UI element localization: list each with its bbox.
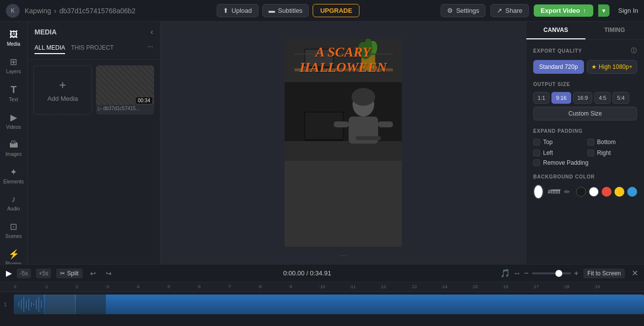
padding-bottom-item[interactable]: Bottom [587,139,638,146]
add-media-button[interactable]: + Add Media [33,65,92,115]
swatch-red[interactable] [602,187,612,197]
size-4-5-button[interactable]: 4:5 [594,92,611,104]
total-time: 0:34.91 [310,269,331,277]
logo-text: K [11,7,15,14]
right-panel-tabs: CANVAS TIMING [526,22,644,40]
tab-canvas[interactable]: CANVAS [526,22,585,39]
sidebar-item-text[interactable]: T Text [1,80,26,106]
sidebar-label-elements: Elements [3,179,24,184]
size-9-16-button[interactable]: 9:16 [551,92,571,104]
media-more-button[interactable]: ··· [147,42,153,54]
sidebar-item-media[interactable]: 🖼 Media [1,26,26,51]
media-tabs: ALL MEDIA THIS PROJECT ··· [28,42,160,59]
info-icon[interactable]: ⓘ [631,47,637,55]
zoom-in-button[interactable]: + [574,269,579,278]
remove-padding-label: Remove Padding [543,159,588,166]
split-button[interactable]: ✂ Split [56,268,82,278]
tick-14: :14 [441,284,448,289]
padding-top-checkbox[interactable] [533,139,540,146]
sidebar-item-layers[interactable]: ⊞ Layers [1,53,26,78]
topbar-center: ⬆ Upload ▬ Subtitles UPGRADE [217,4,359,17]
upgrade-button[interactable]: UPGRADE [313,4,359,17]
export-arrow-button[interactable]: ▾ [598,4,610,17]
gear-icon: ⚙ [447,7,453,14]
quality-720p-button[interactable]: Standard 720p [533,60,584,74]
undo-button[interactable]: ↩ [88,268,98,279]
upload-icon: ⬆ [223,7,228,14]
tick-10: :10 [319,284,325,289]
media-thumbnail[interactable]: 00:34 ▷ db37d1c57415... [96,65,155,115]
swatch-blue[interactable] [627,187,637,197]
custom-size-button[interactable]: Custom Size [533,107,637,120]
canvas-area[interactable]: A SCARY HALLOWEEN [161,22,526,264]
sidebar-item-plugins[interactable]: ⚡ Plugins [1,245,26,264]
edit-color-icon[interactable]: ✏ [564,188,570,196]
size-1-1-button[interactable]: 1:1 [533,92,549,104]
project-name: db37d1c57415768a06b2 [59,7,135,15]
swatch-dark[interactable] [576,187,586,197]
timeline-clip[interactable] [14,295,644,314]
right-panel-content: EXPORT QUALITY ⓘ Standard 720p ★ High 10… [526,40,644,264]
skip-back-button[interactable]: -5s [17,268,31,278]
sidebar-label-media: Media [7,41,20,47]
settings-button[interactable]: ⚙ Settings [441,4,485,17]
zoom-audio-icon[interactable]: 🎵 [500,268,510,278]
remove-padding-button[interactable]: Remove Padding [533,159,637,166]
quality-1080p-button[interactable]: ★ High 1080p+ [587,60,638,74]
svg-point-16 [352,88,375,106]
tick-12: :12 [380,284,386,289]
zoom-slider[interactable] [532,272,571,274]
sidebar-label-images: Images [5,151,22,157]
svg-rect-19 [378,121,393,127]
elements-icon: ✦ [10,167,17,178]
padding-right-checkbox[interactable] [587,149,594,156]
padding-left-item[interactable]: Left [533,149,583,156]
tab-timing[interactable]: TIMING [585,22,644,39]
padding-bottom-checkbox[interactable] [587,139,594,146]
swatch-yellow[interactable] [614,187,624,197]
zoom-arrows-icon[interactable]: ↔ [513,269,521,278]
fit-to-screen-button[interactable]: Fit to Screen [583,268,625,278]
upload-button[interactable]: ⬆ Upload [217,4,258,17]
sidebar-label-layers: Layers [6,69,21,74]
sidebar-item-scenes[interactable]: ⊡ Scenes [1,217,26,243]
svg-rect-23 [45,295,75,314]
skip-forward-button[interactable]: +5s [36,268,52,278]
subtitles-button[interactable]: ▬ Subtitles [262,4,309,17]
output-size-section: OUTPUT SIZE 1:1 9:16 16:9 4:5 5:4 Custom… [533,82,637,120]
export-button[interactable]: Export Video ↑ [534,4,593,17]
brand-name: Kapwing [25,7,51,15]
padding-left-checkbox[interactable] [533,149,540,156]
tick-17: :17 [533,284,539,289]
size-5-4-button[interactable]: 5:4 [612,92,629,104]
split-icon: ✂ [60,270,65,277]
media-panel-close-button[interactable]: ‹ [151,28,153,36]
padding-right-label: Right [597,149,611,156]
thumb-filename: db37d1c57415... [103,106,140,111]
media-icon: 🖼 [9,30,18,40]
plugins-icon: ⚡ [8,249,19,260]
redo-button[interactable]: ↪ [103,268,114,279]
signin-button[interactable]: Sign In [618,7,638,14]
close-timeline-button[interactable]: ✕ [632,268,638,278]
tick-7: :7 [227,284,231,289]
sidebar-item-elements[interactable]: ✦ Elements [1,163,26,188]
tab-this-project[interactable]: THIS PROJECT [71,42,114,54]
remove-padding-checkbox[interactable] [533,159,540,166]
color-preview-swatch[interactable] [533,184,544,199]
padding-right-item[interactable]: Right [587,149,638,156]
padding-top-item[interactable]: Top [533,139,583,146]
size-16-9-button[interactable]: 16:9 [573,92,592,104]
sidebar-item-videos[interactable]: ▶ Videos [1,108,26,134]
swatch-white[interactable] [589,187,599,197]
zoom-out-button[interactable]: − [524,269,528,278]
sidebar-item-audio[interactable]: ♪ Audio [1,190,26,215]
scenes-icon: ⊡ [10,221,17,232]
tick-1: :1 [44,284,48,289]
tick-11: :11 [350,284,356,289]
tab-all-media[interactable]: ALL MEDIA [34,42,65,54]
sidebar-item-images[interactable]: 🏔 Images [1,136,26,161]
share-button[interactable]: ↗ Share [490,4,529,17]
canvas-bottom-indicator: ··· [340,251,346,260]
play-button[interactable]: ▶ [6,268,12,278]
